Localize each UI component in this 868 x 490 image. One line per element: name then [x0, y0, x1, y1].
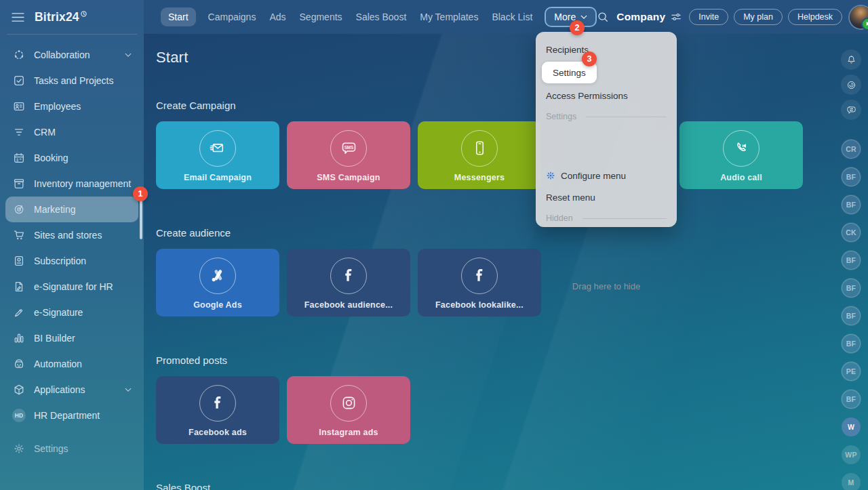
profile-avatar[interactable] — [850, 6, 868, 28]
nav-tab[interactable]: Ads — [268, 7, 287, 26]
user-avatar[interactable]: BF — [842, 251, 861, 270]
tile-icon — [340, 394, 358, 412]
sidebar-item[interactable]: Booking — [5, 145, 138, 171]
campaign-tile[interactable]: Audio call — [679, 121, 803, 189]
menu-item[interactable]: Recipients — [536, 39, 677, 60]
sidebar-item-label: BI Builder — [34, 333, 75, 344]
campaign-tile[interactable]: Google Ads — [156, 249, 279, 317]
sidebar-item[interactable]: HD HR Department — [5, 403, 138, 428]
sidebar-item-icon — [12, 229, 26, 241]
tile-label: Messengers — [454, 173, 505, 182]
content-section: Create audience Google Ads — [156, 227, 803, 317]
tile-icon-circle — [330, 385, 367, 422]
rail-icon-button[interactable] — [841, 49, 861, 70]
sidebar-item[interactable]: Marketing — [5, 197, 138, 222]
campaign-tile[interactable]: Facebook ads — [156, 376, 279, 444]
sidebar-item[interactable]: Employees — [5, 94, 138, 119]
user-avatar[interactable]: PE — [842, 362, 861, 381]
user-avatar[interactable]: BF — [842, 390, 861, 409]
company-selector[interactable]: Company — [616, 11, 682, 23]
search-icon[interactable] — [597, 11, 609, 23]
section-label: Create audience — [156, 227, 803, 239]
menu-item[interactable]: Settings — [536, 106, 677, 127]
sidebar-item[interactable]: CRM — [5, 119, 138, 145]
rail-icon — [846, 104, 857, 116]
campaign-tile[interactable]: Facebook audience... — [287, 249, 410, 317]
rail-icon-button[interactable] — [841, 75, 861, 95]
sidebar-item-label: Employees — [34, 101, 81, 112]
sidebar-item[interactable]: Collaboration — [5, 42, 138, 68]
user-avatar[interactable]: CK — [842, 223, 861, 242]
tile-label: Email Campaign — [184, 173, 252, 182]
user-avatar[interactable]: WP — [842, 445, 861, 464]
tile-grid: Google Ads Facebook audience... — [156, 249, 803, 317]
nav-tab[interactable]: Sales Boost — [355, 7, 408, 26]
sidebar-item[interactable]: Inventory management — [5, 171, 138, 197]
app-logo[interactable]: Bitrix24 — [35, 10, 87, 24]
sidebar-item-label: e-Signature for HR — [34, 281, 113, 292]
user-avatar[interactable]: M — [842, 473, 861, 490]
main-content: Start Create Campaign Email Campaign — [144, 34, 868, 490]
topbar-pill-button[interactable]: My plan — [734, 9, 783, 25]
sidebar-item[interactable]: e-Signature for HR — [5, 274, 138, 300]
sidebar-item[interactable]: Subscription — [5, 248, 138, 274]
user-avatar[interactable]: BF — [842, 334, 861, 353]
top-navigation-bar: Start Campaigns Ads Segments Sales Boost… — [144, 0, 868, 34]
menu-item[interactable]: Drag here to hide — [536, 266, 677, 299]
campaign-tile[interactable]: Facebook lookalike... — [418, 249, 541, 317]
sidebar-item[interactable]: Automation — [5, 351, 138, 377]
sidebar-item-icon — [12, 443, 26, 455]
menu-item-label: Access Permissions — [546, 91, 628, 101]
sidebar-item-icon — [12, 203, 26, 216]
sidebar-item-icon — [12, 126, 26, 138]
menu-item[interactable]: Access Permissions — [536, 85, 677, 106]
rail-icon — [846, 79, 857, 91]
user-avatar[interactable]: BF — [842, 279, 861, 298]
menu-item[interactable]: Reset menu — [536, 186, 677, 208]
nav-tab[interactable]: Campaigns — [207, 7, 258, 26]
campaign-tile[interactable]: Instagram ads — [287, 376, 410, 444]
sidebar-item[interactable]: e-Signature — [5, 300, 138, 325]
menu-toggle-icon[interactable] — [12, 12, 24, 22]
company-filter-icon — [671, 12, 682, 22]
nav-tab[interactable]: My Templates — [418, 7, 479, 26]
sidebar-item-icon — [12, 332, 26, 344]
topbar-pill-button[interactable]: Helpdesk — [788, 9, 842, 25]
sidebar-item[interactable]: Tasks and Projects — [5, 68, 138, 94]
campaign-tile[interactable]: Messengers — [418, 121, 541, 189]
step-badge-3: 3 — [582, 52, 597, 66]
tile-icon — [340, 266, 358, 285]
sidebar-item[interactable]: Applications — [5, 377, 138, 403]
tile-label: Audio call — [720, 173, 762, 182]
menu-item[interactable]: Configure menu — [536, 165, 677, 186]
tile-icon — [732, 139, 751, 157]
sidebar-item-label: Automation — [34, 359, 82, 369]
tile-icon-circle — [199, 385, 236, 422]
menu-item-label: Settings — [546, 112, 576, 121]
user-avatar[interactable]: BF — [842, 195, 861, 214]
page-title: Start — [156, 47, 188, 68]
user-avatar[interactable]: W — [842, 417, 861, 436]
sidebar-item-label: HR Department — [34, 410, 100, 421]
sidebar-item[interactable]: BI Builder — [5, 325, 138, 351]
topbar-pill-button[interactable]: Invite — [689, 9, 728, 25]
sidebar-item-label: Booking — [34, 152, 68, 163]
sidebar-item[interactable]: Settings — [5, 436, 138, 462]
nav-tab[interactable]: Black List — [490, 7, 534, 26]
sidebar-nav: Collaboration Tasks and Projects Employe… — [0, 35, 144, 462]
sidebar-item[interactable]: Sites and stores — [5, 222, 138, 248]
campaign-tile[interactable]: SMS SMS Campaign — [287, 121, 410, 189]
rail-icon-button[interactable] — [841, 100, 861, 120]
user-avatar[interactable]: BF — [842, 167, 861, 186]
tile-label: Facebook ads — [189, 428, 247, 437]
more-dropdown-menu: Recipients Settings Access Permissions S… — [536, 32, 677, 227]
nav-tab[interactable]: Segments — [298, 7, 344, 26]
user-avatar[interactable]: CR — [842, 140, 861, 159]
menu-item[interactable]: Hidden — [536, 208, 677, 228]
tile-icon — [209, 139, 227, 157]
video-status-badge — [861, 18, 868, 30]
sidebar-item-label: Tasks and Projects — [34, 75, 114, 86]
campaign-tile[interactable]: Email Campaign — [156, 121, 279, 189]
user-avatar[interactable]: BF — [842, 306, 861, 325]
nav-tab[interactable]: Start — [161, 7, 196, 26]
